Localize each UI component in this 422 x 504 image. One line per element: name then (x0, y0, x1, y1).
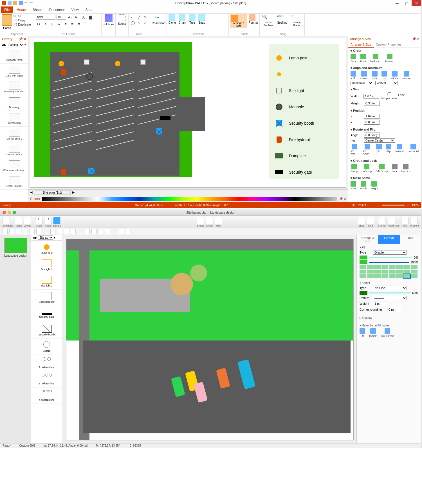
ellipse-icon[interactable]: ◯ (130, 20, 135, 26)
smart-button[interactable] (197, 217, 204, 224)
align-center-button[interactable]: Center (360, 71, 368, 80)
tree-button[interactable] (215, 217, 222, 224)
tab-file[interactable]: File (1, 6, 13, 13)
tab-custom-properties[interactable]: Custom Properties (374, 42, 404, 48)
same-width-button[interactable]: Width (360, 181, 367, 190)
format-icon[interactable] (249, 14, 255, 21)
lib-item-wrap-around-island[interactable]: Wrap-around island (0, 158, 28, 174)
align-top-button[interactable]: Top (381, 71, 387, 80)
rotate-ccw-button[interactable]: 90° CCW (363, 144, 372, 156)
new-icon[interactable] (8, 1, 12, 5)
arrange-size-icon[interactable] (231, 15, 238, 22)
lib-security-gate[interactable]: Security gate (31, 306, 62, 322)
unlock-button[interactable]: UnLock (401, 164, 410, 173)
border-type-select[interactable]: No Line (373, 286, 407, 290)
status-zoom[interactable]: Custom 90% (19, 444, 35, 447)
pan-tool[interactable] (105, 229, 110, 234)
lib-next-icon[interactable]: ▶ (4, 43, 6, 46)
site-light-obj[interactable] (84, 59, 89, 65)
flip-vert-button[interactable]: Vertical (395, 144, 404, 156)
same-size-button[interactable]: Size (351, 181, 356, 190)
tab-share[interactable]: Share (82, 6, 98, 13)
flip-horiz-button[interactable]: Horizontal (407, 144, 419, 156)
duplicate-button[interactable]: 📑 Duplicate (13, 23, 31, 26)
flip-button[interactable]: Flip (386, 144, 391, 156)
close-button[interactable]: ✕ (412, 0, 421, 6)
lib-item-driveway-rounded[interactable]: Driveway rounded (0, 79, 28, 95)
zoom-in-tool[interactable] (91, 229, 96, 234)
redo-button[interactable]: ↷ (44, 217, 51, 224)
zoom-out-icon[interactable]: − (378, 204, 379, 207)
line-tool[interactable] (23, 229, 28, 234)
color-swatches[interactable] (42, 197, 337, 201)
layers-button[interactable] (24, 217, 31, 224)
curve-icon[interactable]: ∿ (136, 20, 142, 26)
lib-item-corner-curb-1[interactable]: Corner curb 1 (0, 127, 28, 142)
pattern-select[interactable]: ——— (373, 296, 407, 300)
zoom-slider[interactable] (382, 205, 405, 206)
booth-obj[interactable] (156, 128, 162, 135)
paste-icon[interactable] (2, 14, 12, 26)
align-right-icon[interactable]: ≡ (76, 21, 82, 27)
same-border-button[interactable]: Border (369, 328, 377, 337)
zoom-in-icon[interactable]: + (407, 204, 409, 207)
undo-button[interactable]: ↶ (35, 217, 42, 224)
chain-icon[interactable] (179, 14, 185, 21)
pin-icon[interactable]: 📌 ✕ (19, 37, 26, 41)
copy-button[interactable]: 📄 Copy (13, 19, 31, 22)
gradient-swatches[interactable] (360, 265, 418, 278)
angle-input[interactable] (364, 133, 380, 138)
rotate-cw-button[interactable]: 90° CW (351, 144, 359, 156)
site-light-obj[interactable] (140, 59, 146, 65)
fill-color-1[interactable] (360, 256, 367, 259)
corner-input[interactable] (387, 307, 401, 312)
rotate-180-button[interactable]: 180 ° (376, 144, 382, 156)
tab-text[interactable]: Text (400, 235, 421, 244)
pin-select[interactable]: Center-Center (364, 138, 395, 143)
lib-prev-icon[interactable]: ◀ (32, 236, 35, 239)
text-tool[interactable] (36, 229, 41, 234)
lock-button[interactable]: Lock (392, 164, 398, 173)
text-icon[interactable]: A (143, 20, 148, 26)
border-color[interactable] (360, 291, 367, 295)
tab-arrange-size[interactable]: Arrange & Size (348, 42, 374, 48)
hypernote-button[interactable] (388, 217, 395, 224)
tab-format[interactable]: Format (378, 235, 399, 244)
lock-proportions-checkbox[interactable] (381, 92, 397, 96)
font-color-icon[interactable]: A (81, 14, 86, 20)
solutions-button[interactable] (3, 217, 10, 224)
mac-canvas[interactable] (62, 235, 356, 443)
fill-color-2[interactable] (360, 260, 367, 264)
clone-icon[interactable] (169, 14, 175, 21)
refresh-tool[interactable] (119, 229, 124, 234)
shrink-font-icon[interactable]: A↓ (74, 14, 80, 20)
find-icon[interactable]: 🔍 (261, 14, 268, 21)
highlight-icon[interactable]: ▇ (87, 14, 93, 20)
page-thumbnail[interactable] (5, 238, 27, 253)
group-button[interactable]: Group (351, 164, 358, 173)
distribute-tool[interactable] (64, 229, 69, 234)
maximize-button[interactable]: ▢ (402, 0, 412, 6)
change-shape-icon[interactable]: ⟳ (289, 14, 296, 21)
mac-minimize-icon[interactable] (8, 211, 11, 214)
order-forward-button[interactable]: Forward (385, 54, 394, 63)
preview-tool[interactable] (126, 229, 131, 234)
panel-pin-icon[interactable]: 📌 ✕ (412, 37, 419, 41)
hydrant-obj[interactable] (61, 69, 66, 75)
present-button[interactable] (410, 217, 417, 224)
spelling-icon[interactable]: abc✓ (277, 14, 284, 21)
lib-item-driveway[interactable]: Driveway (0, 95, 28, 111)
paste-button[interactable]: Paste (2, 26, 12, 30)
info-button[interactable] (401, 217, 408, 224)
rect-tool[interactable] (9, 229, 14, 234)
pages-button[interactable] (15, 217, 22, 224)
pointer-tool[interactable] (3, 229, 8, 234)
grid-button[interactable] (367, 217, 374, 224)
lib-item-intersection[interactable]: Intersection (0, 111, 28, 127)
fill-type-select[interactable]: Gradient (373, 250, 407, 255)
lib-security-booth[interactable]: Security booth (31, 322, 62, 339)
bold-icon[interactable]: B (36, 21, 41, 27)
align-tool[interactable] (57, 229, 62, 234)
open-icon[interactable] (13, 1, 17, 5)
gate-obj[interactable] (160, 116, 170, 120)
